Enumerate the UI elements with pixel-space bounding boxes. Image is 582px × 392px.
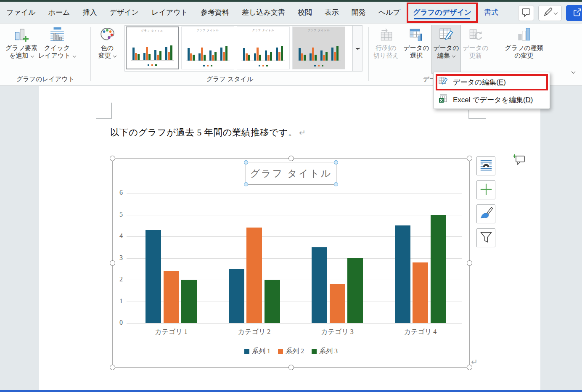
draw-pen-button[interactable] <box>538 5 562 21</box>
bar-系列 2-カテゴリ 4[interactable] <box>413 262 428 323</box>
y-axis-tick-label: 0 <box>113 319 123 326</box>
legend-swatch <box>312 349 317 354</box>
chart-resize-handle[interactable] <box>110 365 115 370</box>
button-label: 選択 <box>410 52 423 59</box>
chart-elements-button[interactable] <box>476 180 495 199</box>
title-resize-handle[interactable] <box>334 182 338 186</box>
new-comment-indicator[interactable] <box>513 154 526 167</box>
chevron-down-icon <box>31 54 34 57</box>
add-chart-element-button[interactable]: グラフ要素 を追加 <box>5 25 38 74</box>
tab-書式[interactable]: 書式 <box>478 3 505 22</box>
tab-差し込み文書[interactable]: 差し込み文書 <box>235 3 291 22</box>
collapse-ribbon-chevron-icon[interactable] <box>571 69 576 74</box>
thumbnail-bar <box>310 53 312 61</box>
bar-系列 3-カテゴリ 4[interactable] <box>431 215 446 323</box>
ribbon-group-chart-styles: 色の 変更 グラフ タイトルグラフ タイトルグラフ タイトルグラフ タイトル グ… <box>91 24 369 86</box>
button-label: データの <box>433 44 459 52</box>
chart-style-thumbnail-1[interactable]: グラフ タイトル <box>126 26 179 69</box>
thumbnail-bar <box>334 52 336 61</box>
button-label: 行/列の <box>376 44 397 52</box>
thumbnail-legend <box>182 65 234 66</box>
thumbnail-axis <box>297 61 341 61</box>
chart-title-box[interactable]: グラフ タイトル <box>246 162 336 185</box>
group-separator <box>552 27 552 81</box>
bar-系列 3-カテゴリ 2[interactable] <box>265 280 280 323</box>
share-button[interactable] <box>566 5 582 21</box>
chart-filters-button[interactable] <box>476 228 495 247</box>
thumbnail-bar <box>143 53 146 61</box>
tab-開発[interactable]: 開発 <box>345 3 372 22</box>
tab-表示[interactable]: 表示 <box>318 3 345 22</box>
bar-系列 1-カテゴリ 2[interactable] <box>229 269 244 323</box>
quick-layout-button[interactable]: クイック レイアウト <box>38 25 76 74</box>
chart-resize-handle[interactable] <box>288 156 294 161</box>
menu-item-edit-data[interactable]: データの編集(E) <box>434 74 550 90</box>
tab-ホーム[interactable]: ホーム <box>42 3 77 22</box>
tab-挿入[interactable]: 挿入 <box>76 3 103 22</box>
title-resize-handle[interactable] <box>244 182 248 186</box>
gridline <box>127 323 462 323</box>
chart-resize-handle[interactable] <box>110 260 115 266</box>
chart-style-thumbnail-4[interactable]: グラフ タイトル <box>292 26 345 69</box>
change-colors-button[interactable]: 色の 変更 <box>93 25 121 74</box>
tab-参考資料[interactable]: 参考資料 <box>194 3 235 22</box>
chart-object[interactable]: 0123456カテゴリ 1カテゴリ 2カテゴリ 3カテゴリ 4 系列 1系列 2… <box>112 158 470 368</box>
legend-swatch <box>244 349 249 354</box>
bar-系列 2-カテゴリ 2[interactable] <box>246 228 262 323</box>
tab-ファイル[interactable]: ファイル <box>0 3 42 22</box>
bar-系列 2-カテゴリ 3[interactable] <box>330 284 345 323</box>
chart-resize-handle[interactable] <box>288 365 294 370</box>
chart-style-thumbnail-2[interactable]: グラフ タイトル <box>181 26 234 69</box>
bar-系列 3-カテゴリ 1[interactable] <box>181 280 197 323</box>
thumbnail-legend <box>127 64 178 66</box>
refresh-data-button: データの 更新 <box>461 25 490 74</box>
thumbnail-bar <box>315 55 317 61</box>
comments-button[interactable] <box>518 5 534 21</box>
chart-resize-handle[interactable] <box>467 156 472 161</box>
title-resize-handle[interactable] <box>334 160 338 164</box>
tab-ヘルプ[interactable]: ヘルプ <box>372 3 407 22</box>
change-chart-type-button[interactable]: グラフの種類 の変更 <box>500 25 548 74</box>
layout-options-button[interactable] <box>476 156 495 175</box>
thumbnail-bar <box>304 55 306 61</box>
button-label: クイック <box>44 44 70 52</box>
thumbnail-bar <box>159 51 161 60</box>
tab-レイアウト[interactable]: レイアウト <box>145 3 194 22</box>
edit-data-table-icon <box>439 77 448 88</box>
bar-系列 1-カテゴリ 4[interactable] <box>395 225 410 323</box>
tab-グラフのデザイン[interactable]: グラフのデザイン <box>407 3 478 23</box>
title-resize-handle[interactable] <box>244 160 248 164</box>
chart-resize-handle[interactable] <box>467 260 472 266</box>
thumbnail-bar <box>278 52 280 61</box>
bar-系列 1-カテゴリ 1[interactable] <box>146 230 161 323</box>
gallery-more-button[interactable] <box>352 26 362 71</box>
button-label: の変更 <box>514 52 533 59</box>
window-bottom-edge <box>0 390 582 392</box>
thumbnail-bar <box>148 54 151 60</box>
x-axis-category-label: カテゴリ 2 <box>228 328 280 336</box>
chevron-down-icon <box>355 46 360 50</box>
edit-data-button[interactable]: データの 編集 <box>431 25 461 74</box>
titlebar-actions <box>518 5 582 22</box>
word-window: ファイルホーム挿入デザインレイアウト参考資料差し込み文書校閲表示開発ヘルプグラフ… <box>0 0 582 392</box>
chart-resize-handle[interactable] <box>110 156 115 161</box>
tab-デザイン[interactable]: デザイン <box>103 3 145 22</box>
chart-styles-button[interactable] <box>476 204 495 223</box>
legend-swatch <box>278 349 283 354</box>
chart-style-thumbnail-3[interactable]: グラフ タイトル <box>237 26 290 69</box>
bar-系列 1-カテゴリ 3[interactable] <box>312 247 327 323</box>
thumbnail-bar <box>154 50 156 61</box>
tab-校閲[interactable]: 校閲 <box>291 3 318 22</box>
bar-系列 2-カテゴリ 1[interactable] <box>164 271 179 323</box>
y-axis-tick-label: 6 <box>113 189 123 196</box>
menu-item-edit-data-in-excel[interactable]: Excel でデータを編集(D) <box>434 92 550 108</box>
thumbnail-bar <box>214 52 217 61</box>
thumbnail-bar <box>254 53 256 61</box>
select-data-button[interactable]: データの 選択 <box>401 25 431 74</box>
document-paragraph[interactable]: 以下のグラフが過去 5 年間の業績推移です。↵ <box>110 126 306 138</box>
menu-item-accesskey: E <box>499 78 503 86</box>
chevron-down-icon <box>73 54 76 57</box>
bar-系列 3-カテゴリ 3[interactable] <box>347 258 363 323</box>
quick-layout-icon <box>50 27 65 42</box>
thumbnail-bar <box>246 53 248 61</box>
